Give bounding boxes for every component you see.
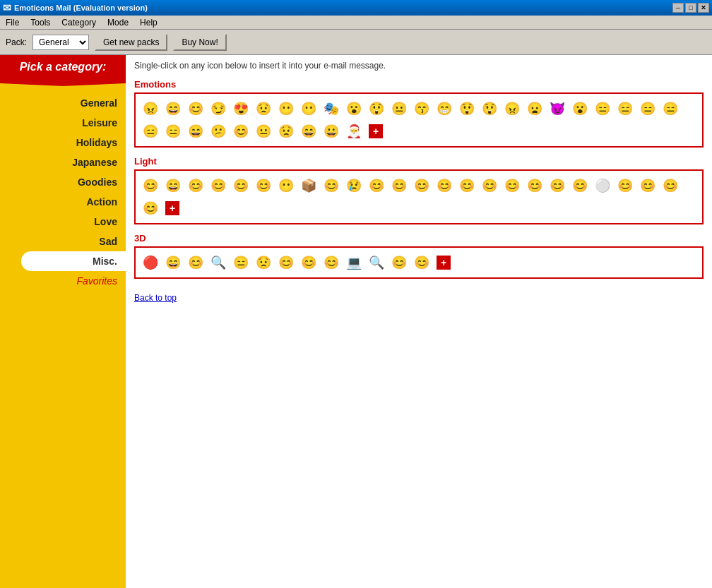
light-emoji-circle[interactable]: ⚪ [592, 175, 613, 196]
emoji-neutral[interactable]: 😐 [388, 98, 410, 119]
emoji-mad[interactable]: 😠 [502, 98, 523, 119]
get-new-packs-button[interactable]: Get new packs [95, 34, 167, 51]
sidebar-item-leisure[interactable]: Leisure [0, 113, 126, 133]
emoji-expressionless5[interactable]: 😑 [140, 121, 161, 142]
emoji-beam[interactable]: 😁 [434, 98, 455, 119]
emoji-row2-concerned[interactable]: 😕 [208, 121, 229, 142]
light-emoji-5[interactable]: 😊 [230, 175, 251, 196]
emoji-row2-open[interactable]: 😀 [321, 121, 342, 142]
light-emoji-19[interactable]: 😊 [547, 175, 568, 196]
light-emoji-2[interactable]: 😄 [162, 175, 184, 196]
light-emoji-16[interactable]: 😊 [479, 175, 500, 196]
light-emoji-row2-2[interactable]: 😊 [140, 198, 161, 219]
light-emoji-12[interactable]: 😊 [388, 175, 410, 196]
emoji-astonished[interactable]: 😲 [479, 98, 500, 119]
emoji-santa[interactable]: 🎅 [343, 121, 364, 142]
3d-emoji-search2[interactable]: 🔍 [366, 252, 387, 273]
emoji-wow[interactable]: 😲 [456, 98, 477, 119]
emoji-no-mouth[interactable]: 😶 [275, 98, 297, 119]
3d-emoji-magnify[interactable]: 🔍 [208, 252, 229, 273]
emoji-row2-happy[interactable]: 😊 [230, 121, 251, 142]
light-emoji-6[interactable]: 😊 [253, 175, 274, 196]
sidebar-item-general[interactable]: General [0, 93, 126, 113]
3d-emoji-3[interactable]: 😊 [185, 252, 206, 273]
sidebar-item-action[interactable]: Action [0, 192, 126, 212]
light-emoji-10[interactable]: 😢 [343, 175, 364, 196]
emoji-expressionless6[interactable]: 😑 [162, 121, 184, 142]
emoji-row2-flat[interactable]: 😐 [253, 121, 274, 142]
emoji-anguished[interactable]: 😦 [524, 98, 545, 119]
light-emoji-9[interactable]: 😊 [321, 175, 342, 196]
3d-emoji-12[interactable]: 😊 [411, 252, 432, 273]
emoji-expressionless[interactable]: 😑 [592, 98, 613, 119]
emoji-heart-eyes[interactable]: 😍 [230, 98, 251, 119]
buy-now-button[interactable]: Buy Now! [173, 34, 226, 51]
emoji-devil[interactable]: 😈 [547, 98, 568, 119]
sidebar-item-sad[interactable]: Sad [0, 232, 126, 251]
emoji-silent[interactable]: 😶 [298, 98, 319, 119]
maximize-button[interactable]: □ [685, 3, 696, 13]
sidebar-item-japanese[interactable]: Japanese [0, 152, 126, 172]
emotions-add-more-button[interactable]: + [369, 124, 383, 138]
light-emoji-17[interactable]: 😊 [502, 175, 523, 196]
emoji-expressionless4[interactable]: 😑 [660, 98, 681, 119]
emoji-surprised[interactable]: 😮 [343, 98, 364, 119]
light-emoji-7[interactable]: 😶 [275, 175, 297, 196]
3d-emoji-red[interactable]: 🔴 [140, 252, 161, 273]
3d-emoji-6[interactable]: 😟 [253, 252, 274, 273]
emoji-grin[interactable]: 😄 [162, 98, 184, 119]
light-emoji-18[interactable]: 😊 [524, 175, 545, 196]
3d-emoji-8[interactable]: 😊 [298, 252, 319, 273]
light-emoji-21[interactable]: 😊 [615, 175, 636, 196]
app-title: Emoticons Mail (Evaluation version) [14, 4, 148, 12]
light-emoji-4[interactable]: 😊 [208, 175, 229, 196]
3d-emoji-pc[interactable]: 💻 [343, 252, 364, 273]
sidebar-item-love[interactable]: Love [0, 212, 126, 232]
emoji-row2-smile[interactable]: 😄 [185, 121, 206, 142]
pack-select[interactable]: General [32, 35, 89, 50]
close-button[interactable]: ✕ [698, 3, 709, 13]
menu-mode[interactable]: Mode [105, 16, 131, 29]
menu-file[interactable]: File [3, 16, 22, 29]
light-emoji-14[interactable]: 😊 [434, 175, 455, 196]
minimize-button[interactable]: ─ [672, 3, 684, 13]
3d-emoji-5[interactable]: 😑 [230, 252, 251, 273]
emoji-row2-sad[interactable]: 😟 [275, 121, 297, 142]
emoji-smile[interactable]: 😊 [185, 98, 206, 119]
light-emoji-13[interactable]: 😊 [411, 175, 432, 196]
light-emoji-row2-1[interactable]: 😊 [660, 175, 681, 196]
emoji-row2-wide[interactable]: 😄 [298, 121, 319, 142]
back-to-top-link[interactable]: Back to top [134, 293, 177, 303]
emoji-expressionless2[interactable]: 😑 [615, 98, 636, 119]
light-emoji-8[interactable]: 📦 [298, 175, 319, 196]
emoji-expressionless3[interactable]: 😑 [637, 98, 658, 119]
menu-tools[interactable]: Tools [28, 16, 53, 29]
content-area: Single-click on any icon below to insert… [126, 55, 712, 588]
sidebar-item-misc[interactable]: Misc. [21, 251, 126, 271]
3d-emoji-7[interactable]: 😊 [275, 252, 297, 273]
light-emoji-11[interactable]: 😊 [366, 175, 387, 196]
light-emoji-22[interactable]: 😊 [637, 175, 658, 196]
sidebar-item-holidays[interactable]: Holidays [0, 133, 126, 152]
3d-add-more-button[interactable]: + [437, 256, 451, 270]
menu-help[interactable]: Help [137, 16, 160, 29]
3d-emoji-11[interactable]: 😊 [388, 252, 410, 273]
emoji-worried[interactable]: 😟 [253, 98, 274, 119]
3d-emoji-9[interactable]: 😊 [321, 252, 342, 273]
emoji-open-mouth[interactable]: 😮 [569, 98, 591, 119]
light-emoji-1[interactable]: 😊 [140, 175, 161, 196]
light-emoji-3[interactable]: 😊 [185, 175, 206, 196]
light-emoji-15[interactable]: 😊 [456, 175, 477, 196]
sidebar-item-goodies[interactable]: Goodies [0, 172, 126, 192]
menu-category[interactable]: Category [59, 16, 99, 29]
light-emoji-20[interactable]: 😊 [569, 175, 591, 196]
light-add-more-button[interactable]: + [165, 201, 179, 215]
emoji-smirk[interactable]: 😏 [208, 98, 229, 119]
emoji-dancing[interactable]: 🎭 [321, 98, 342, 119]
sidebar-header: Pick a category: [0, 55, 126, 79]
emoji-surprised2[interactable]: 😲 [366, 98, 387, 119]
emoji-kiss[interactable]: 😙 [411, 98, 432, 119]
sidebar-item-favorites[interactable]: Favorites [0, 271, 126, 291]
3d-emoji-2[interactable]: 😄 [162, 252, 184, 273]
emoji-angry[interactable]: 😠 [140, 98, 161, 119]
